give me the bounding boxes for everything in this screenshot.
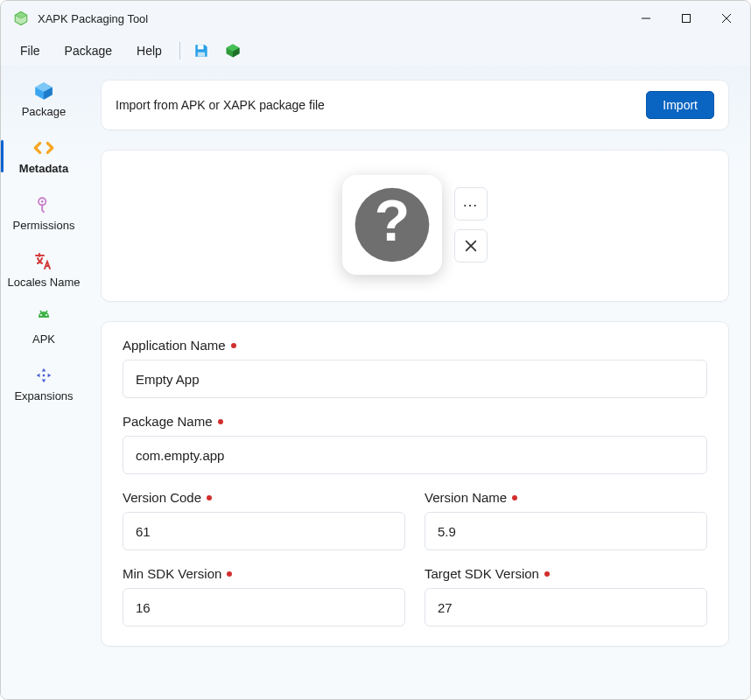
svg-rect-3: [683, 15, 691, 23]
menu-help[interactable]: Help: [124, 38, 174, 63]
titlebar: XAPK Packaging Tool: [1, 1, 750, 36]
label-text: Version Code: [123, 490, 201, 505]
label-version-code: Version Code: [123, 490, 405, 505]
svg-rect-7: [198, 52, 205, 57]
field-version-code: Version Code: [123, 490, 405, 550]
label-target-sdk: Target SDK Version: [425, 566, 707, 581]
svg-point-20: [43, 374, 46, 376]
field-target-sdk: Target SDK Version: [425, 566, 707, 626]
menu-separator: [179, 42, 180, 60]
form-card: Application Name Package Name Version Co…: [101, 321, 729, 647]
menu-package[interactable]: Package: [53, 38, 124, 63]
label-package-name: Package Name: [123, 414, 707, 429]
sidebar-item-permissions[interactable]: Permissions: [1, 185, 87, 242]
app-icon-preview: ?: [342, 175, 442, 275]
sidebar-item-label: Package: [22, 106, 67, 119]
required-dot-icon: [544, 571, 550, 577]
import-description: Import from APK or XAPK package file: [116, 98, 325, 112]
app-logo-icon: [13, 10, 29, 26]
maximize-button[interactable]: [666, 1, 706, 36]
field-version-name: Version Name: [425, 490, 707, 550]
clear-icon-button[interactable]: [454, 229, 488, 262]
key-icon: [32, 193, 55, 216]
save-icon[interactable]: [193, 42, 210, 60]
sidebar-item-label: Metadata: [19, 163, 68, 176]
input-version-name[interactable]: [425, 512, 707, 550]
import-card: Import from APK or XAPK package file Imp…: [101, 80, 729, 130]
svg-marker-22: [42, 379, 46, 382]
minimize-button[interactable]: [626, 1, 666, 36]
translate-icon: [32, 250, 55, 273]
sidebar-item-apk[interactable]: APK: [1, 298, 87, 355]
window-title: XAPK Packaging Tool: [38, 12, 148, 25]
label-text: Min SDK Version: [123, 566, 221, 581]
import-button[interactable]: Import: [646, 91, 714, 119]
label-text: Application Name: [123, 338, 226, 353]
svg-line-18: [40, 311, 42, 313]
svg-rect-6: [198, 45, 204, 49]
sidebar-item-label: APK: [32, 333, 55, 346]
field-app-name: Application Name: [123, 338, 707, 398]
required-dot-icon: [218, 419, 223, 424]
sidebar-item-label: Permissions: [13, 220, 75, 233]
svg-point-16: [40, 314, 42, 316]
package-cube-icon[interactable]: [224, 42, 242, 60]
svg-marker-23: [37, 373, 40, 377]
sidebar-item-locales[interactable]: Locales Name: [1, 242, 87, 298]
sidebar-item-expansions[interactable]: Expansions: [1, 355, 87, 412]
menubar: File Package Help: [1, 36, 750, 66]
icon-actions: …: [454, 187, 488, 262]
input-package-name[interactable]: [123, 436, 707, 474]
required-dot-icon: [227, 571, 232, 577]
icon-card: ? …: [101, 150, 729, 302]
input-min-sdk[interactable]: [123, 588, 405, 626]
label-text: Package Name: [123, 414, 213, 429]
android-icon: [32, 307, 55, 330]
svg-marker-24: [48, 373, 52, 377]
field-package-name: Package Name: [123, 414, 707, 474]
label-version-name: Version Name: [425, 490, 707, 505]
required-dot-icon: [512, 495, 517, 500]
sidebar-item-package[interactable]: Package: [1, 71, 87, 128]
svg-text:?: ?: [375, 188, 410, 253]
expand-arrows-icon: [32, 364, 55, 387]
required-dot-icon: [207, 495, 212, 500]
field-min-sdk: Min SDK Version: [123, 566, 405, 626]
svg-line-19: [46, 311, 48, 313]
required-dot-icon: [231, 343, 236, 348]
sidebar-item-label: Expansions: [14, 390, 73, 403]
browse-icon-button[interactable]: …: [454, 187, 488, 220]
svg-marker-21: [42, 368, 46, 371]
code-icon: [32, 136, 55, 159]
menu-file[interactable]: File: [8, 38, 53, 63]
content-column: Import from APK or XAPK package file Imp…: [87, 66, 750, 699]
main-area: Package Metadata Permissions Locales Nam…: [1, 66, 750, 699]
sidebar-item-metadata[interactable]: Metadata: [1, 128, 87, 185]
close-button[interactable]: [706, 1, 747, 36]
label-min-sdk: Min SDK Version: [123, 566, 405, 581]
cube-icon: [32, 80, 55, 102]
input-app-name[interactable]: [123, 360, 707, 398]
label-app-name: Application Name: [123, 338, 707, 353]
label-text: Target SDK Version: [425, 566, 539, 581]
sidebar-item-label: Locales Name: [7, 276, 80, 290]
input-version-code[interactable]: [123, 512, 405, 550]
input-target-sdk[interactable]: [425, 588, 707, 626]
label-text: Version Name: [425, 490, 507, 505]
sidebar: Package Metadata Permissions Locales Nam…: [1, 66, 87, 699]
svg-point-15: [41, 200, 44, 203]
svg-point-17: [46, 314, 47, 316]
